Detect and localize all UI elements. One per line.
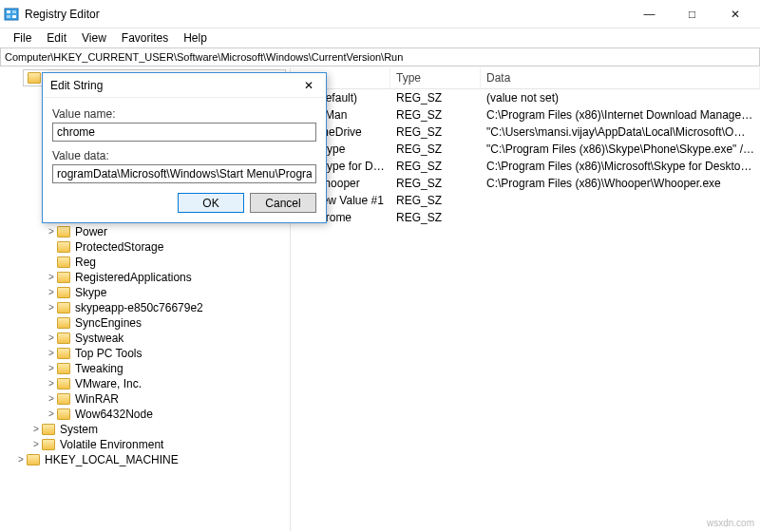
chevron-right-icon[interactable]: > xyxy=(46,300,57,315)
close-button[interactable]: ✕ xyxy=(713,1,756,28)
tree-item[interactable]: >skypeapp-e850c76679e2 xyxy=(0,300,290,315)
tree-item[interactable]: >Top PC Tools xyxy=(0,346,290,361)
list-item[interactable]: abOneDriveREG_SZ"C:\Users\mansi.vijay\Ap… xyxy=(291,124,760,141)
value-data: "C:\Program Files (x86)\Skype\Phone\Skyp… xyxy=(481,142,760,156)
chevron-right-icon[interactable]: > xyxy=(46,224,57,239)
folder-icon xyxy=(57,408,70,420)
folder-icon xyxy=(42,439,55,450)
folder-icon xyxy=(57,302,70,314)
value-type: REG_SZ xyxy=(390,142,481,156)
tree-label: WinRAR xyxy=(73,391,121,407)
menu-help[interactable]: Help xyxy=(176,29,215,47)
folder-icon xyxy=(57,378,70,390)
tree-label: Top PC Tools xyxy=(73,346,143,361)
svg-rect-4 xyxy=(12,15,16,18)
folder-icon xyxy=(42,424,55,435)
tree-item[interactable]: >Volatile Environment xyxy=(0,437,290,452)
tree-item[interactable]: >VMware, Inc. xyxy=(0,376,290,391)
value-type: REG_SZ xyxy=(390,194,481,207)
tree-label: Systweak xyxy=(73,331,125,346)
svg-rect-2 xyxy=(7,15,10,18)
chevron-right-icon[interactable]: > xyxy=(46,407,57,422)
dialog-titlebar[interactable]: Edit String ✕ xyxy=(43,73,326,98)
list-item[interactable]: abSkype for DesktopREG_SZC:\Program File… xyxy=(291,158,760,175)
svg-rect-0 xyxy=(5,9,18,20)
tree-label: Reg xyxy=(73,255,98,270)
folder-icon xyxy=(57,332,70,344)
address-bar[interactable]: Computer\HKEY_CURRENT_USER\Software\Micr… xyxy=(0,48,760,66)
value-type: REG_SZ xyxy=(390,160,481,173)
chevron-right-icon[interactable]: > xyxy=(46,346,57,361)
folder-icon xyxy=(57,256,70,268)
value-data-input[interactable] xyxy=(52,164,316,183)
chevron-right-icon[interactable]: > xyxy=(46,285,57,300)
value-data: "C:\Users\mansi.vijay\AppData\Local\Micr… xyxy=(481,125,760,139)
tree-item[interactable]: >Skype xyxy=(0,285,290,300)
tree-item[interactable]: SyncEngines xyxy=(0,315,290,331)
tree-item[interactable]: >RegisteredApplications xyxy=(0,270,290,285)
cancel-button[interactable]: Cancel xyxy=(250,193,316,213)
tree-item[interactable]: >HKEY_LOCAL_MACHINE xyxy=(0,452,290,467)
chevron-right-icon[interactable]: > xyxy=(15,452,27,467)
list-item[interactable]: abIDManREG_SZC:\Program Files (x86)\Inte… xyxy=(291,106,760,124)
chevron-right-icon[interactable]: > xyxy=(30,437,42,452)
regedit-app-icon xyxy=(4,7,19,22)
value-type: REG_SZ xyxy=(390,125,481,139)
folder-icon xyxy=(57,393,70,405)
col-type[interactable]: Type xyxy=(390,67,481,88)
col-data[interactable]: Data xyxy=(481,67,760,88)
chevron-right-icon[interactable]: > xyxy=(46,270,57,285)
chevron-right-icon[interactable]: > xyxy=(46,391,57,407)
minimize-button[interactable]: — xyxy=(628,1,671,28)
folder-icon xyxy=(57,348,70,359)
value-data-label: Value data: xyxy=(52,149,316,162)
tree-label: Skype xyxy=(73,285,108,300)
chevron-right-icon[interactable]: > xyxy=(46,331,57,346)
value-data: (value not set) xyxy=(481,91,760,104)
tree-label: SyncEngines xyxy=(73,315,143,331)
tree-item[interactable]: >Tweaking xyxy=(0,361,290,376)
dialog-title: Edit String xyxy=(50,79,299,92)
menu-favorites[interactable]: Favorites xyxy=(114,29,176,47)
tree-label: ProtectedStorage xyxy=(73,239,165,255)
maximize-button[interactable]: □ xyxy=(671,1,713,28)
dialog-close-icon[interactable]: ✕ xyxy=(299,79,318,92)
tree-label: RegisteredApplications xyxy=(73,270,194,285)
folder-icon xyxy=(57,226,70,238)
folder-icon xyxy=(57,363,70,374)
tree-item[interactable]: ProtectedStorage xyxy=(0,239,290,255)
edit-string-dialog: Edit String ✕ Value name: Value data: OK… xyxy=(42,72,327,223)
tree-item[interactable]: >Systweak xyxy=(0,331,290,346)
chevron-right-icon[interactable]: > xyxy=(30,422,42,437)
menu-view[interactable]: View xyxy=(74,29,114,47)
list-item[interactable]: abWhooperREG_SZC:\Program Files (x86)\Wh… xyxy=(291,175,760,192)
tree-item[interactable]: Reg xyxy=(0,255,290,270)
tree-item[interactable]: >Wow6432Node xyxy=(0,407,290,422)
list-item[interactable]: abSkypeREG_SZ"C:\Program Files (x86)\Sky… xyxy=(291,141,760,158)
value-type: REG_SZ xyxy=(390,91,481,104)
value-data: C:\Program Files (x86)\Microsoft\Skype f… xyxy=(481,160,760,173)
tree-item[interactable]: >Power xyxy=(0,224,290,239)
list-item[interactable]: abchromeREG_SZ xyxy=(291,209,760,226)
folder-icon xyxy=(57,272,70,283)
list-item[interactable]: abNew Value #1REG_SZ xyxy=(291,192,760,209)
titlebar: Registry Editor — □ ✕ xyxy=(0,0,760,28)
value-name-input[interactable] xyxy=(52,123,316,142)
tree-label: Power xyxy=(73,224,109,239)
tree-item[interactable]: >System xyxy=(0,422,290,437)
tree-label: HKEY_LOCAL_MACHINE xyxy=(43,452,180,467)
menubar: File Edit View Favorites Help xyxy=(0,28,760,48)
chevron-right-icon[interactable]: > xyxy=(46,361,57,376)
ok-button[interactable]: OK xyxy=(178,193,244,213)
menu-file[interactable]: File xyxy=(6,29,39,47)
svg-rect-1 xyxy=(7,10,10,13)
tree-label: System xyxy=(58,422,100,437)
tree-label: Tweaking xyxy=(73,361,125,376)
list-header[interactable]: Name Type Data xyxy=(291,67,760,89)
chevron-right-icon[interactable]: > xyxy=(46,376,57,391)
list-item[interactable]: ab(Default)REG_SZ(value not set) xyxy=(291,89,760,106)
folder-icon xyxy=(28,72,41,84)
menu-edit[interactable]: Edit xyxy=(39,29,74,47)
tree-item[interactable]: >WinRAR xyxy=(0,391,290,407)
value-type: REG_SZ xyxy=(390,211,481,224)
